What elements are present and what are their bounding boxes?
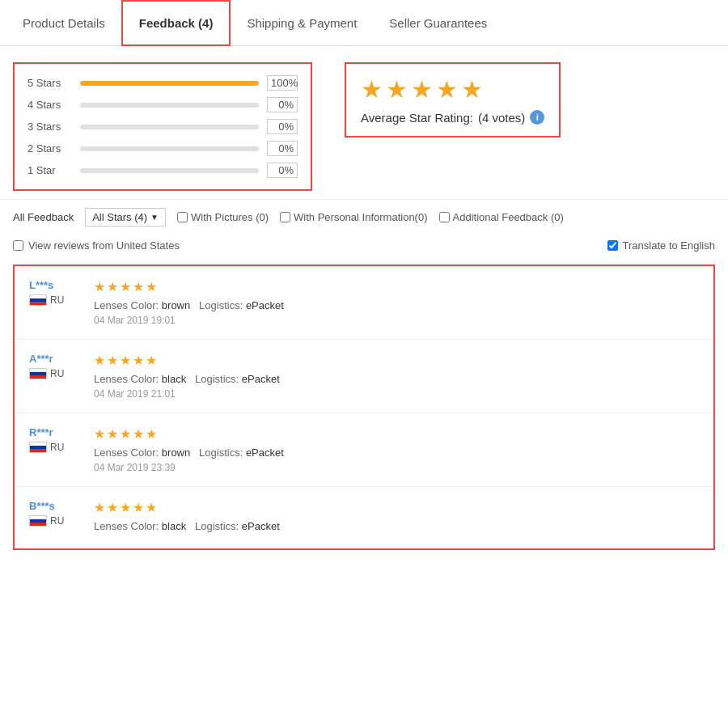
review-date: 04 Mar 2019 21:01 — [94, 388, 699, 400]
tab-seller[interactable]: Seller Guarantees — [373, 0, 503, 45]
view-reviews-option[interactable]: View reviews from United States — [13, 239, 180, 252]
tab-product-details[interactable]: Product Details — [6, 0, 121, 45]
with-pictures-filter[interactable]: With Pictures (0) — [177, 211, 269, 223]
bar-pct-5: 0% — [267, 163, 298, 178]
bar-pct-3: 0% — [267, 119, 298, 134]
flag-icon — [29, 442, 47, 453]
reviewer-name[interactable]: R***r — [29, 426, 78, 438]
review-star: ★ — [146, 279, 157, 294]
reviewer-name[interactable]: L***s — [29, 279, 78, 291]
review-stars: ★★★★★ — [94, 500, 699, 515]
star-label-4: 2 Stars — [28, 142, 72, 154]
review-star: ★ — [133, 279, 144, 294]
bar-pct-4: 0% — [267, 141, 298, 156]
review-details: Lenses Color: brown Logistics: ePacket — [94, 299, 699, 311]
reviewer-info: A***rRU — [29, 353, 78, 379]
bar-track-4 — [80, 146, 259, 151]
review-star: ★ — [94, 353, 105, 368]
review-item: A***rRU★★★★★Lenses Color: black Logistic… — [15, 340, 713, 413]
review-star: ★ — [107, 426, 118, 442]
country-code: RU — [50, 368, 64, 379]
review-item: B***sRU★★★★★Lenses Color: black Logistic… — [15, 487, 713, 548]
bar-track-1 — [80, 81, 259, 86]
review-star: ★ — [120, 500, 131, 515]
review-body: ★★★★★Lenses Color: brown Logistics: ePac… — [94, 279, 699, 326]
bar-fill-1 — [80, 81, 259, 86]
with-personal-info-label: With Personal Information(0) — [294, 211, 427, 223]
translate-label: Translate to English — [623, 239, 715, 252]
review-star: ★ — [94, 500, 105, 515]
star-row-4: 2 Stars0% — [28, 141, 298, 156]
filters-bar: All Feedback All Stars (4) ▼ With Pictur… — [0, 199, 728, 235]
review-star: ★ — [94, 426, 105, 442]
reviewer-name[interactable]: A***r — [29, 353, 78, 365]
review-star: ★ — [107, 279, 118, 294]
review-body: ★★★★★Lenses Color: black Logistics: ePac… — [94, 500, 699, 535]
review-date: 04 Mar 2019 19:01 — [94, 315, 699, 326]
star-label-5: 1 Star — [28, 164, 72, 176]
all-stars-label: All Stars (4) — [92, 211, 147, 223]
translate-option[interactable]: Translate to English — [607, 239, 715, 252]
with-pictures-label: With Pictures (0) — [191, 211, 269, 223]
reviewer-info: B***sRU — [29, 500, 78, 527]
review-details: Lenses Color: black Logistics: ePacket — [94, 373, 699, 385]
review-stars: ★★★★★ — [94, 279, 699, 294]
review-date: 04 Mar 2019 23:39 — [94, 462, 699, 473]
reviewer-country: RU — [29, 368, 78, 379]
review-star: ★ — [107, 353, 118, 368]
reviewer-info: R***rRU — [29, 426, 78, 453]
reviewer-name[interactable]: B***s — [29, 500, 78, 512]
bar-pct-2: 0% — [267, 97, 298, 112]
all-feedback-label: All Feedback — [13, 211, 74, 223]
options-bar: View reviews from United States Translat… — [0, 235, 728, 256]
tab-shipping[interactable]: Shipping & Payment — [231, 0, 373, 45]
additional-feedback-filter[interactable]: Additional Feedback (0) — [439, 211, 564, 223]
star-label-3: 3 Stars — [28, 121, 72, 133]
all-stars-dropdown[interactable]: All Stars (4) ▼ — [85, 208, 166, 226]
review-header: R***rRU★★★★★Lenses Color: brown Logistic… — [29, 426, 699, 473]
country-code: RU — [50, 442, 64, 453]
with-personal-info-checkbox[interactable] — [280, 212, 290, 222]
reviewer-country: RU — [29, 515, 78, 527]
tab-feedback[interactable]: Feedback (4) — [121, 0, 231, 46]
star-row-5: 1 Star0% — [28, 163, 298, 178]
with-pictures-checkbox[interactable] — [177, 212, 188, 222]
review-star: ★ — [120, 279, 131, 294]
avg-rating-text: Average Star Rating: (4 votes) i — [361, 110, 544, 125]
bar-track-2 — [80, 103, 259, 108]
review-header: L***sRU★★★★★Lenses Color: brown Logistic… — [29, 279, 699, 326]
review-star: ★ — [146, 426, 157, 442]
review-star: ★ — [133, 500, 144, 515]
reviewer-country: RU — [29, 442, 78, 453]
review-star: ★ — [107, 500, 118, 515]
review-star: ★ — [146, 353, 157, 368]
country-code: RU — [50, 294, 64, 306]
star-bars-container: 5 Stars100%4 Stars0%3 Stars0%2 Stars0%1 … — [13, 62, 312, 191]
review-item: L***sRU★★★★★Lenses Color: brown Logistic… — [15, 266, 713, 340]
review-star: ★ — [120, 426, 131, 442]
big-star-1: ★ — [361, 75, 383, 104]
flag-icon — [29, 515, 47, 527]
big-star-4: ★ — [436, 75, 458, 104]
bar-track-5 — [80, 168, 259, 173]
big-stars: ★★★★★ — [361, 75, 544, 104]
review-details: Lenses Color: brown Logistics: ePacket — [94, 447, 699, 459]
additional-feedback-checkbox[interactable] — [439, 212, 450, 222]
with-personal-info-filter[interactable]: With Personal Information(0) — [280, 211, 427, 223]
reviews-list: L***sRU★★★★★Lenses Color: brown Logistic… — [13, 265, 715, 550]
review-item: R***rRU★★★★★Lenses Color: brown Logistic… — [15, 413, 713, 487]
review-header: A***rRU★★★★★Lenses Color: black Logistic… — [29, 353, 699, 400]
avg-rating-container: ★★★★★ Average Star Rating: (4 votes) i — [345, 62, 561, 138]
additional-feedback-label: Additional Feedback (0) — [453, 211, 564, 223]
review-stars: ★★★★★ — [94, 353, 699, 368]
info-icon[interactable]: i — [530, 110, 544, 125]
translate-checkbox[interactable] — [607, 240, 618, 251]
big-star-2: ★ — [386, 75, 408, 104]
bar-pct-1: 100% — [267, 75, 298, 91]
tabs-bar: Product DetailsFeedback (4)Shipping & Pa… — [0, 0, 728, 46]
reviewer-info: L***sRU — [29, 279, 78, 306]
big-star-5: ★ — [461, 75, 483, 104]
star-row-2: 4 Stars0% — [28, 97, 298, 112]
star-row-3: 3 Stars0% — [28, 119, 298, 134]
view-reviews-checkbox[interactable] — [13, 240, 23, 251]
